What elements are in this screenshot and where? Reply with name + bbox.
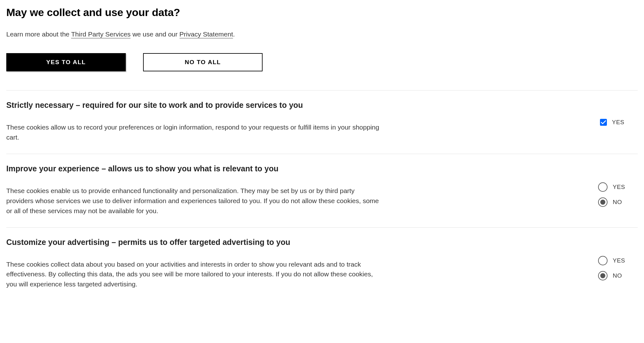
page-title: May we collect and use your data? — [6, 6, 638, 19]
section-desc: These cookies enable us to provide enhan… — [6, 186, 380, 216]
intro-suffix: . — [233, 30, 235, 38]
section-controls: YES NO — [598, 238, 638, 290]
section-strictly-necessary: Strictly necessary – required for our si… — [6, 90, 638, 154]
radio-yes-row: YES — [598, 256, 625, 265]
section-title: Improve your experience – allows us to s… — [6, 164, 380, 173]
radio-no-row: NO — [598, 197, 625, 207]
section-controls: YES NO — [598, 164, 638, 216]
privacy-statement-link[interactable]: Privacy Statement — [180, 30, 233, 38]
section-improve-experience: Improve your experience – allows us to s… — [6, 154, 638, 227]
section-text: Strictly necessary – required for our si… — [6, 101, 380, 142]
radio-no[interactable] — [598, 197, 608, 207]
third-party-services-link[interactable]: Third Party Services — [71, 30, 130, 38]
intro-text: Learn more about the Third Party Service… — [6, 30, 638, 38]
radio-yes[interactable] — [598, 182, 608, 192]
no-to-all-button[interactable]: NO TO ALL — [143, 53, 263, 71]
section-desc: These cookies allow us to record your pr… — [6, 122, 380, 142]
section-controls: YES — [600, 101, 638, 142]
radio-yes[interactable] — [598, 256, 608, 265]
checkbox-row: YES — [600, 119, 625, 126]
radio-yes-row: YES — [598, 182, 625, 192]
section-desc: These cookies collect data about you bas… — [6, 259, 380, 290]
radio-no[interactable] — [598, 271, 608, 280]
intro-prefix: Learn more about the — [6, 30, 71, 38]
radio-no-label: NO — [613, 272, 622, 279]
intro-mid: we use and our — [130, 30, 179, 38]
radio-yes-label: YES — [613, 184, 625, 191]
section-text: Customize your advertising – permits us … — [6, 238, 380, 290]
radio-no-row: NO — [598, 271, 625, 280]
checkbox-label: YES — [612, 119, 625, 126]
button-row: YES TO ALL NO TO ALL — [6, 53, 638, 71]
section-title: Customize your advertising – permits us … — [6, 238, 380, 247]
checkbox-checked-icon[interactable] — [600, 119, 607, 126]
radio-yes-label: YES — [613, 257, 625, 264]
yes-to-all-button[interactable]: YES TO ALL — [6, 53, 126, 71]
section-customize-advertising: Customize your advertising – permits us … — [6, 227, 638, 301]
radio-no-label: NO — [613, 199, 622, 206]
section-title: Strictly necessary – required for our si… — [6, 101, 380, 110]
section-text: Improve your experience – allows us to s… — [6, 164, 380, 216]
